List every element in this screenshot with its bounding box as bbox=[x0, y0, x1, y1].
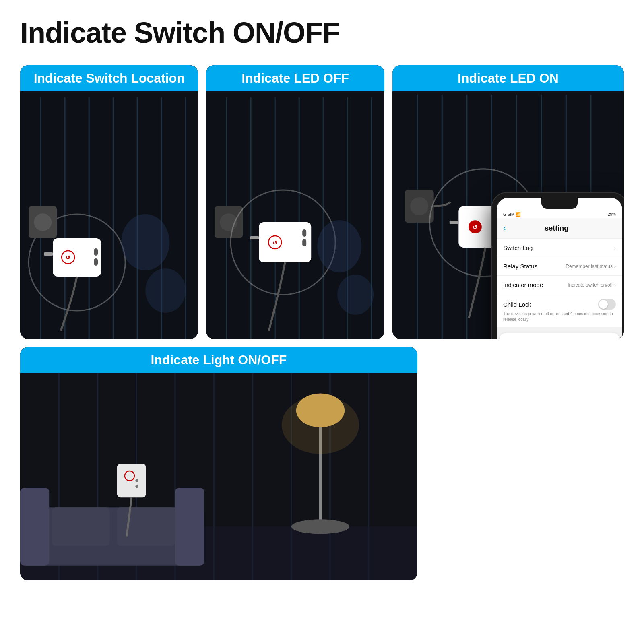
panel-light-onoff: Indicate Light ON/OFF bbox=[20, 347, 417, 580]
svg-rect-15 bbox=[94, 248, 98, 256]
phone-signal: G SIM 📶 bbox=[503, 212, 520, 217]
panel1-label: Indicate Switch Location bbox=[20, 65, 198, 91]
svg-text:↺: ↺ bbox=[473, 224, 477, 231]
svg-point-10 bbox=[34, 213, 52, 231]
svg-rect-12 bbox=[44, 252, 53, 256]
svg-rect-31 bbox=[250, 236, 259, 239]
svg-point-18 bbox=[145, 268, 186, 313]
indicator-mode-item[interactable]: Indicator mode Indicate switch on/off › bbox=[497, 276, 622, 294]
svg-rect-16 bbox=[94, 258, 98, 266]
svg-rect-72 bbox=[52, 507, 109, 546]
svg-point-76 bbox=[135, 479, 138, 482]
svg-point-37 bbox=[338, 275, 374, 315]
svg-point-80 bbox=[291, 519, 349, 534]
relay-status-item[interactable]: Relay Status Remember last status › bbox=[497, 257, 622, 276]
svg-rect-70 bbox=[20, 488, 49, 566]
svg-point-17 bbox=[121, 214, 169, 270]
panel-led-off: Indicate LED OFF bbox=[206, 65, 384, 339]
svg-point-48 bbox=[410, 197, 428, 215]
svg-point-77 bbox=[135, 485, 138, 488]
phone-battery: 29% bbox=[608, 212, 616, 217]
main-title: Indicate Switch ON/OFF bbox=[20, 16, 624, 49]
panel2-label: Indicate LED OFF bbox=[206, 65, 384, 91]
svg-text:↺: ↺ bbox=[273, 239, 278, 246]
panel3-label: Indicate LED ON bbox=[392, 65, 624, 91]
svg-rect-35 bbox=[303, 239, 307, 246]
phone-mockup: G SIM 📶 29% ‹ setting Switch Log bbox=[491, 192, 624, 339]
svg-point-36 bbox=[318, 220, 362, 272]
svg-text:↺: ↺ bbox=[66, 254, 70, 261]
panel-switch-location: Indicate Switch Location bbox=[20, 65, 198, 339]
phone-extension-area bbox=[425, 347, 624, 580]
svg-rect-11 bbox=[53, 238, 101, 277]
child-lock-item: Child Lock The device is powered off or … bbox=[497, 294, 622, 328]
svg-rect-34 bbox=[303, 229, 307, 237]
svg-rect-71 bbox=[175, 488, 204, 566]
phone-screen-title: setting bbox=[511, 224, 602, 233]
panel-led-on: Indicate LED ON bbox=[392, 65, 624, 339]
indicator-mode-modal: Indicator mode Indicator LED off ✓ bbox=[500, 333, 619, 339]
svg-point-81 bbox=[282, 396, 359, 454]
svg-rect-51 bbox=[450, 221, 459, 224]
svg-rect-73 bbox=[117, 507, 175, 546]
panel4-label: Indicate Light ON/OFF bbox=[20, 347, 417, 373]
child-lock-toggle[interactable] bbox=[598, 299, 616, 310]
phone-back-button[interactable]: ‹ bbox=[503, 223, 506, 233]
switch-log-item[interactable]: Switch Log › bbox=[497, 239, 622, 257]
